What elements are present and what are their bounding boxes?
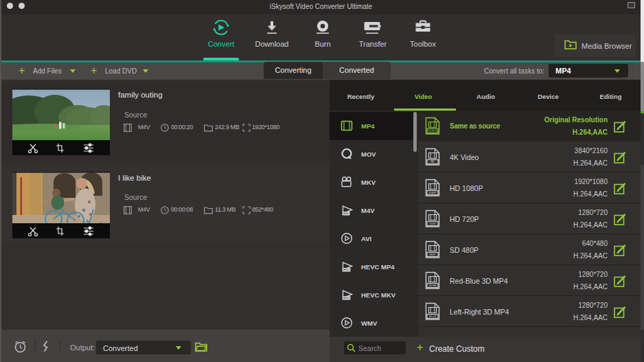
svg-text:SOURCE: SOURCE	[427, 130, 438, 133]
svg-text:3D LR: 3D LR	[429, 315, 437, 318]
svg-text:HEVC: HEVC	[343, 269, 350, 271]
svg-text:1080P: 1080P	[429, 192, 437, 194]
svg-text:3D RB: 3D RB	[428, 284, 437, 287]
svg-text:720P: 720P	[429, 222, 436, 225]
svg-text:4K: 4K	[430, 160, 435, 163]
svg-text:HEVC: HEVC	[343, 297, 350, 299]
svg-text:M4V: M4V	[343, 212, 349, 215]
svg-text:480P: 480P	[429, 253, 436, 256]
